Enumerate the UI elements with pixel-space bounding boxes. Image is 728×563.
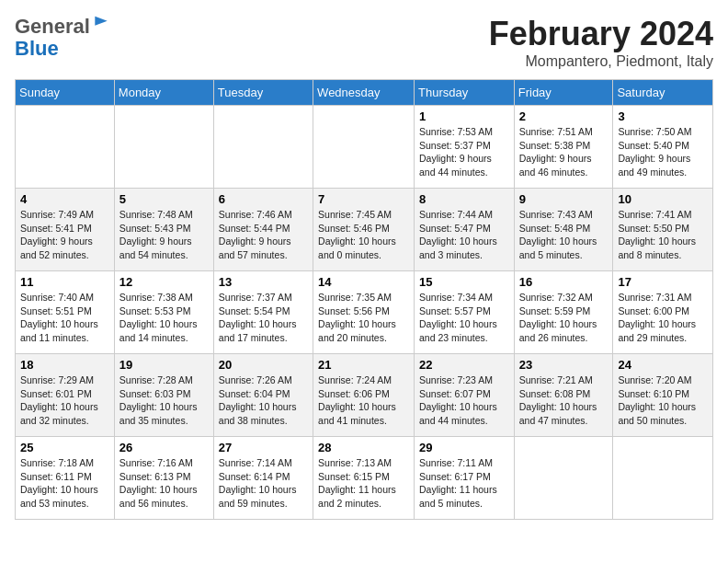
calendar-day-cell: 29Sunrise: 7:11 AM Sunset: 6:17 PM Dayli…	[415, 437, 515, 520]
day-of-week-header: Saturday	[613, 80, 713, 106]
calendar-day-cell: 13Sunrise: 7:37 AM Sunset: 5:54 PM Dayli…	[213, 271, 313, 354]
calendar-day-cell	[114, 106, 213, 189]
calendar-title: February 2024	[489, 15, 713, 53]
day-number: 11	[20, 275, 109, 289]
calendar-day-cell	[16, 106, 115, 189]
calendar-day-cell: 17Sunrise: 7:31 AM Sunset: 6:00 PM Dayli…	[613, 271, 713, 354]
day-number: 2	[519, 109, 609, 123]
day-info: Sunrise: 7:37 AM Sunset: 5:54 PM Dayligh…	[219, 291, 308, 345]
calendar-subtitle: Mompantero, Piedmont, Italy	[489, 53, 713, 70]
day-info: Sunrise: 7:31 AM Sunset: 6:00 PM Dayligh…	[618, 291, 708, 345]
day-number: 29	[419, 441, 509, 454]
day-number: 7	[318, 192, 409, 206]
day-of-week-header: Thursday	[415, 80, 515, 106]
calendar-week-row: 11Sunrise: 7:40 AM Sunset: 5:51 PM Dayli…	[16, 271, 713, 354]
calendar-day-cell	[613, 437, 713, 520]
calendar-day-cell: 23Sunrise: 7:21 AM Sunset: 6:08 PM Dayli…	[514, 354, 613, 437]
calendar-day-cell: 5Sunrise: 7:48 AM Sunset: 5:43 PM Daylig…	[114, 189, 213, 271]
day-number: 21	[318, 358, 409, 372]
calendar-header-row: SundayMondayTuesdayWednesdayThursdayFrid…	[16, 80, 713, 106]
day-info: Sunrise: 7:43 AM Sunset: 5:48 PM Dayligh…	[519, 208, 609, 262]
day-of-week-header: Wednesday	[313, 80, 415, 106]
day-info: Sunrise: 7:46 AM Sunset: 5:44 PM Dayligh…	[219, 208, 308, 262]
day-info: Sunrise: 7:45 AM Sunset: 5:46 PM Dayligh…	[318, 208, 409, 262]
calendar-day-cell: 12Sunrise: 7:38 AM Sunset: 5:53 PM Dayli…	[114, 271, 213, 354]
calendar-day-cell: 21Sunrise: 7:24 AM Sunset: 6:06 PM Dayli…	[313, 354, 415, 437]
day-info: Sunrise: 7:34 AM Sunset: 5:57 PM Dayligh…	[419, 291, 509, 345]
day-number: 9	[519, 192, 609, 206]
day-number: 27	[219, 441, 308, 454]
day-info: Sunrise: 7:48 AM Sunset: 5:43 PM Dayligh…	[119, 208, 209, 262]
calendar-day-cell: 2Sunrise: 7:51 AM Sunset: 5:38 PM Daylig…	[514, 106, 613, 189]
day-info: Sunrise: 7:29 AM Sunset: 6:01 PM Dayligh…	[20, 373, 109, 428]
day-number: 4	[20, 192, 109, 206]
day-number: 18	[20, 358, 109, 372]
day-info: Sunrise: 7:26 AM Sunset: 6:04 PM Dayligh…	[219, 373, 308, 428]
calendar-body: 1Sunrise: 7:53 AM Sunset: 5:37 PM Daylig…	[16, 106, 713, 520]
calendar-day-cell: 19Sunrise: 7:28 AM Sunset: 6:03 PM Dayli…	[114, 354, 213, 437]
calendar-day-cell: 18Sunrise: 7:29 AM Sunset: 6:01 PM Dayli…	[16, 354, 115, 437]
calendar-day-cell: 26Sunrise: 7:16 AM Sunset: 6:13 PM Dayli…	[114, 437, 213, 520]
day-info: Sunrise: 7:40 AM Sunset: 5:51 PM Dayligh…	[20, 291, 109, 345]
day-of-week-header: Tuesday	[213, 80, 313, 106]
day-number: 20	[219, 358, 308, 372]
day-info: Sunrise: 7:38 AM Sunset: 5:53 PM Dayligh…	[119, 291, 209, 345]
day-number: 5	[119, 192, 209, 206]
day-info: Sunrise: 7:51 AM Sunset: 5:38 PM Dayligh…	[519, 125, 609, 179]
calendar-day-cell: 8Sunrise: 7:44 AM Sunset: 5:47 PM Daylig…	[415, 189, 515, 271]
day-of-week-header: Monday	[114, 80, 213, 106]
day-of-week-header: Friday	[514, 80, 613, 106]
logo-flag-icon	[92, 15, 110, 33]
calendar-day-cell: 1Sunrise: 7:53 AM Sunset: 5:37 PM Daylig…	[415, 106, 515, 189]
calendar-day-cell: 14Sunrise: 7:35 AM Sunset: 5:56 PM Dayli…	[313, 271, 415, 354]
calendar-day-cell: 9Sunrise: 7:43 AM Sunset: 5:48 PM Daylig…	[514, 189, 613, 271]
calendar-day-cell: 10Sunrise: 7:41 AM Sunset: 5:50 PM Dayli…	[613, 189, 713, 271]
calendar-day-cell: 20Sunrise: 7:26 AM Sunset: 6:04 PM Dayli…	[213, 354, 313, 437]
day-number: 16	[519, 275, 609, 289]
calendar-week-row: 18Sunrise: 7:29 AM Sunset: 6:01 PM Dayli…	[16, 354, 713, 437]
day-info: Sunrise: 7:14 AM Sunset: 6:14 PM Dayligh…	[219, 456, 308, 511]
calendar-day-cell: 25Sunrise: 7:18 AM Sunset: 6:11 PM Dayli…	[16, 437, 115, 520]
calendar-table: SundayMondayTuesdayWednesdayThursdayFrid…	[15, 79, 713, 520]
day-info: Sunrise: 7:16 AM Sunset: 6:13 PM Dayligh…	[119, 456, 209, 511]
day-number: 1	[419, 109, 509, 123]
day-info: Sunrise: 7:49 AM Sunset: 5:41 PM Dayligh…	[20, 208, 109, 262]
day-info: Sunrise: 7:41 AM Sunset: 5:50 PM Dayligh…	[618, 208, 708, 262]
calendar-day-cell: 7Sunrise: 7:45 AM Sunset: 5:46 PM Daylig…	[313, 189, 415, 271]
svg-marker-0	[95, 17, 107, 26]
day-number: 13	[219, 275, 308, 289]
calendar-day-cell: 15Sunrise: 7:34 AM Sunset: 5:57 PM Dayli…	[415, 271, 515, 354]
day-info: Sunrise: 7:53 AM Sunset: 5:37 PM Dayligh…	[419, 125, 509, 179]
day-info: Sunrise: 7:50 AM Sunset: 5:40 PM Dayligh…	[618, 125, 708, 179]
calendar-day-cell	[313, 106, 415, 189]
calendar-day-cell	[514, 437, 613, 520]
day-info: Sunrise: 7:32 AM Sunset: 5:59 PM Dayligh…	[519, 291, 609, 345]
calendar-day-cell: 3Sunrise: 7:50 AM Sunset: 5:40 PM Daylig…	[613, 106, 713, 189]
calendar-day-cell	[213, 106, 313, 189]
day-number: 25	[20, 441, 109, 454]
day-number: 24	[618, 358, 708, 372]
day-info: Sunrise: 7:18 AM Sunset: 6:11 PM Dayligh…	[20, 456, 109, 511]
day-info: Sunrise: 7:23 AM Sunset: 6:07 PM Dayligh…	[419, 373, 509, 428]
day-number: 6	[219, 192, 308, 206]
day-number: 26	[119, 441, 209, 454]
logo: General Blue	[15, 15, 110, 60]
logo-general: General	[15, 15, 90, 38]
calendar-day-cell: 22Sunrise: 7:23 AM Sunset: 6:07 PM Dayli…	[415, 354, 515, 437]
day-of-week-header: Sunday	[16, 80, 115, 106]
calendar-day-cell: 16Sunrise: 7:32 AM Sunset: 5:59 PM Dayli…	[514, 271, 613, 354]
calendar-day-cell: 11Sunrise: 7:40 AM Sunset: 5:51 PM Dayli…	[16, 271, 115, 354]
day-number: 17	[618, 275, 708, 289]
calendar-week-row: 4Sunrise: 7:49 AM Sunset: 5:41 PM Daylig…	[16, 189, 713, 271]
day-number: 10	[618, 192, 708, 206]
day-info: Sunrise: 7:35 AM Sunset: 5:56 PM Dayligh…	[318, 291, 409, 345]
day-number: 8	[419, 192, 509, 206]
calendar-day-cell: 24Sunrise: 7:20 AM Sunset: 6:10 PM Dayli…	[613, 354, 713, 437]
day-number: 12	[119, 275, 209, 289]
calendar-day-cell: 27Sunrise: 7:14 AM Sunset: 6:14 PM Dayli…	[213, 437, 313, 520]
calendar-day-cell: 28Sunrise: 7:13 AM Sunset: 6:15 PM Dayli…	[313, 437, 415, 520]
calendar-day-cell: 6Sunrise: 7:46 AM Sunset: 5:44 PM Daylig…	[213, 189, 313, 271]
day-number: 19	[119, 358, 209, 372]
logo-blue: Blue	[15, 37, 59, 60]
day-info: Sunrise: 7:11 AM Sunset: 6:17 PM Dayligh…	[419, 456, 509, 511]
